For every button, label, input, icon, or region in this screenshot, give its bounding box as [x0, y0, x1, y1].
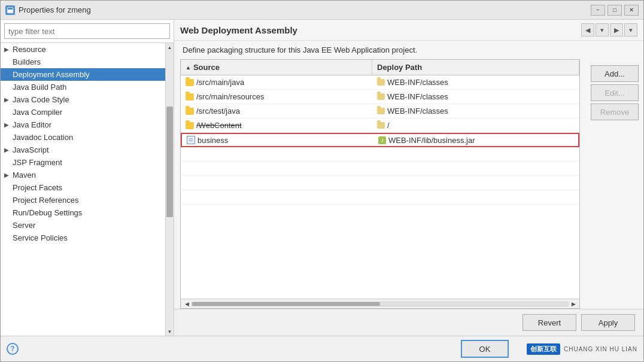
- table-row[interactable]: ⊡ business J WEB-INF/lib/business.jar: [181, 133, 579, 147]
- scroll-up-button[interactable]: ▲: [166, 43, 174, 51]
- sidebar-item-run-debug-settings[interactable]: Run/Debug Settings: [1, 206, 165, 219]
- ok-cancel-area: OK: [461, 340, 509, 358]
- folder-icon: [186, 108, 194, 115]
- deploy-value: WEB-INF/classes: [387, 92, 448, 101]
- source-cell: ⊡ business: [182, 134, 373, 146]
- table-row[interactable]: [181, 190, 579, 205]
- back-icon: ◀: [585, 26, 590, 34]
- table-row[interactable]: [181, 176, 579, 190]
- table-row[interactable]: [181, 162, 579, 176]
- forward-dropdown-button[interactable]: ▾: [624, 23, 637, 36]
- sidebar-item-javadoc-location[interactable]: Javadoc Location: [1, 131, 165, 144]
- window-title: Properties for zmeng: [19, 5, 591, 14]
- remove-button[interactable]: Remove: [591, 104, 639, 120]
- folder-icon: [377, 122, 385, 129]
- folder-icon: [186, 79, 194, 86]
- source-value: /src/test/java: [196, 107, 240, 115]
- sidebar-item-label: Java Editor: [13, 120, 51, 129]
- sidebar-item-builders[interactable]: Builders: [1, 56, 165, 68]
- table-row[interactable]: /src/main/java WEB-INF/classes: [181, 75, 579, 90]
- svg-rect-1: [8, 8, 13, 10]
- horizontal-scrollbar: ◀ ▶: [181, 299, 579, 308]
- deploy-value: WEB-INF/lib/business.jar: [388, 136, 475, 145]
- toolbar-icons: ◀ ▾ ▶ ▾: [581, 23, 637, 36]
- edit-button[interactable]: Edit...: [591, 84, 639, 101]
- right-with-actions: ▲ Source Deploy Path: [174, 59, 643, 309]
- table-row[interactable]: /WebContent /: [181, 118, 579, 133]
- sidebar-item-javascript[interactable]: ▶ JavaScript: [1, 144, 165, 156]
- sidebar-item-label: Project Facets: [13, 183, 62, 192]
- table-body: /src/main/java WEB-INF/classes: [181, 75, 579, 299]
- source-value: /src/main/resources: [196, 92, 264, 101]
- nav-list: ▶ Resource Builders Deployment Assembly …: [1, 43, 165, 336]
- deploy-cell: /: [372, 118, 579, 132]
- deploy-value: WEB-INF/classes: [387, 107, 448, 115]
- forward-icon: ▶: [614, 26, 619, 34]
- sidebar-item-java-compiler[interactable]: Java Compiler: [1, 106, 165, 118]
- deploy-value: WEB-INF/classes: [387, 78, 448, 87]
- close-button[interactable]: ✕: [624, 5, 639, 16]
- source-column-header: ▲ Source: [181, 60, 372, 75]
- sidebar-item-maven[interactable]: ▶ Maven: [1, 169, 165, 181]
- watermark-text: CHUANG XIN HU LIAN: [564, 346, 637, 352]
- nav-area: ▶ Resource Builders Deployment Assembly …: [1, 43, 174, 336]
- sidebar-item-server[interactable]: Server: [1, 219, 165, 232]
- back-button[interactable]: ◀: [581, 23, 594, 36]
- sidebar-item-project-references[interactable]: Project References: [1, 194, 165, 206]
- sidebar-item-label: Deployment Assembly: [13, 70, 90, 79]
- revert-button[interactable]: Revert: [523, 314, 576, 331]
- deploy-cell: WEB-INF/classes: [372, 75, 579, 89]
- source-cell: /src/test/java: [181, 104, 372, 118]
- sidebar-item-label: Java Build Path: [13, 83, 66, 92]
- help-button[interactable]: ?: [7, 343, 19, 355]
- sidebar-item-label: JavaScript: [13, 145, 49, 154]
- sidebar-item-project-facets[interactable]: Project Facets: [1, 181, 165, 194]
- table-row[interactable]: /src/main/resources WEB-INF/classes: [181, 90, 579, 104]
- scrollbar-thumb[interactable]: [192, 302, 380, 306]
- table-header: ▲ Source Deploy Path: [181, 60, 579, 75]
- sidebar-item-java-build-path[interactable]: Java Build Path: [1, 81, 165, 93]
- ok-button[interactable]: OK: [461, 340, 509, 358]
- left-panel: ▶ Resource Builders Deployment Assembly …: [1, 20, 174, 336]
- maximize-button[interactable]: □: [607, 5, 622, 16]
- sidebar-item-java-editor[interactable]: ▶ Java Editor: [1, 118, 165, 131]
- minimize-button[interactable]: −: [591, 5, 605, 16]
- footer-bar: ? OK 创新互联 CHUANG XIN HU LIAN: [1, 336, 643, 361]
- apply-button[interactable]: Apply: [581, 314, 635, 331]
- sort-up-icon: ▲: [186, 65, 191, 71]
- scroll-down-button[interactable]: ▼: [166, 327, 174, 336]
- source-value: business: [198, 136, 228, 145]
- sidebar-item-label: Resource: [13, 45, 46, 54]
- scroll-left-button[interactable]: ◀: [182, 299, 192, 309]
- project-icon: ⊡: [187, 136, 195, 144]
- right-top-bar: Web Deployment Assembly ◀ ▾ ▶ ▾: [174, 20, 643, 41]
- filter-input[interactable]: [4, 23, 170, 39]
- sidebar-item-jsp-fragment[interactable]: JSP Fragment: [1, 156, 165, 169]
- sidebar-item-java-code-style[interactable]: ▶ Java Code Style: [1, 93, 165, 106]
- deploy-value: /: [387, 121, 390, 130]
- deploy-cell: J WEB-INF/lib/business.jar: [373, 134, 578, 146]
- forward-dropdown-icon: ▾: [629, 26, 633, 34]
- action-buttons: Add... Edit... Remove: [586, 59, 643, 309]
- sidebar-item-resource[interactable]: ▶ Resource: [1, 43, 165, 56]
- source-cell: /WebContent: [181, 118, 372, 132]
- table-row[interactable]: /src/test/java WEB-INF/classes: [181, 104, 579, 118]
- sidebar-item-service-policies[interactable]: Service Policies: [1, 232, 165, 244]
- expand-arrow: ▶: [4, 172, 9, 178]
- jar-icon: J: [378, 136, 386, 144]
- folder-icon: [186, 122, 194, 129]
- source-value: /WebContent: [196, 121, 242, 130]
- sidebar-item-deployment-assembly[interactable]: Deployment Assembly: [1, 68, 165, 81]
- window-icon: [5, 5, 15, 15]
- add-button[interactable]: Add...: [591, 65, 639, 82]
- scroll-right-button[interactable]: ▶: [569, 299, 578, 309]
- back-dropdown-button[interactable]: ▾: [596, 23, 609, 36]
- sidebar-item-label: Maven: [13, 171, 36, 180]
- sidebar-item-label: Builders: [13, 57, 41, 66]
- deploy-cell: WEB-INF/classes: [372, 104, 579, 118]
- forward-button[interactable]: ▶: [610, 23, 623, 36]
- table-row[interactable]: [181, 147, 579, 162]
- deployment-table: ▲ Source Deploy Path: [180, 59, 580, 309]
- folder-icon: [377, 93, 385, 100]
- sidebar-item-label: JSP Fragment: [13, 158, 62, 167]
